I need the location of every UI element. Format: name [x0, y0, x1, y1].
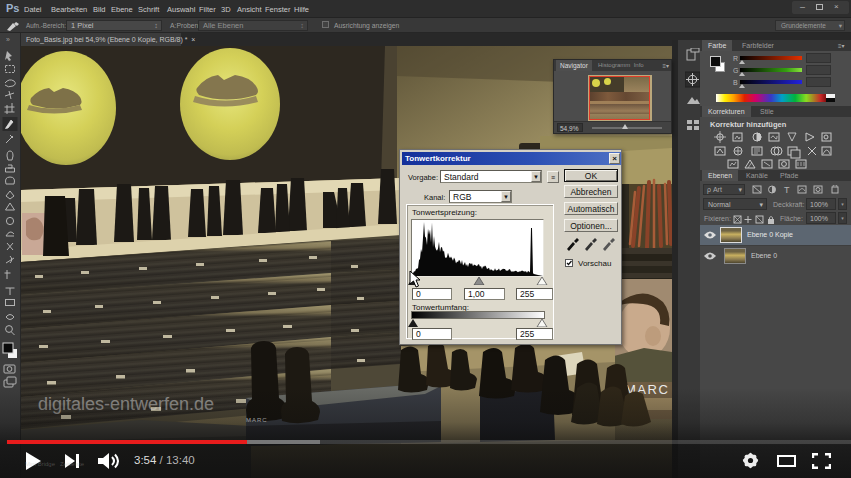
svg-text:T: T — [784, 185, 790, 195]
